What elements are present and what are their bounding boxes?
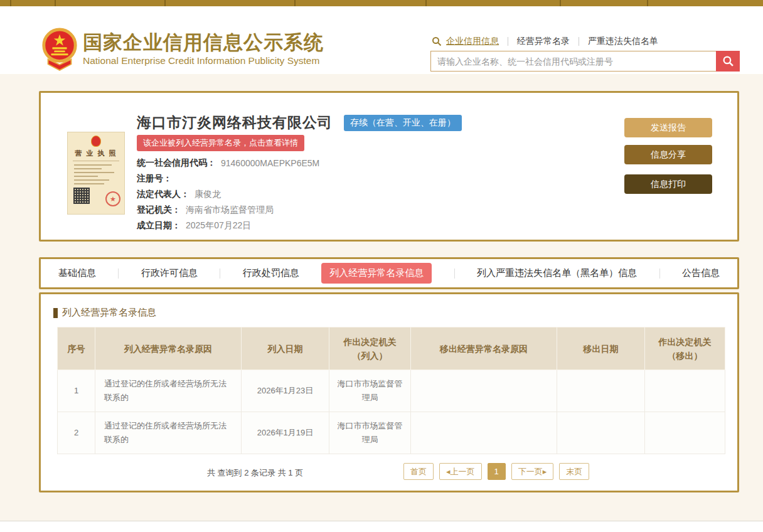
field-credit-code: 统一社会信用代码： 91460000MAEPKP6E5M [137, 155, 319, 171]
print-info-button[interactable]: 信息打印 [624, 174, 712, 194]
national-emblem-logo [40, 27, 79, 72]
company-name: 海口市汀炎网络科技有限公司 [137, 113, 333, 132]
tab-basic-info[interactable]: 基础信息 [58, 267, 96, 279]
tab-administrative-licensing[interactable]: 行政许可信息 [141, 267, 198, 279]
field-registration-number: 注册号： [137, 171, 319, 186]
link-abnormal-operations-list[interactable]: 经营异常名录 [517, 36, 570, 47]
tab-serious-violation-blacklist[interactable]: 列入严重违法失信名单（黑名单）信息 [477, 267, 637, 279]
divider [579, 37, 579, 46]
search-scope-links: 企业信用信息 经营异常名录 严重违法失信名单 [432, 36, 658, 47]
license-red-seal: ★ [105, 191, 120, 206]
col-serial-number: 序号 [58, 327, 95, 370]
tab-administrative-penalty[interactable]: 行政处罚信息 [243, 267, 299, 279]
abnormal-warning-badge[interactable]: 该企业被列入经营异常名录，点击查看详情 [137, 135, 304, 151]
col-inclusion-date: 列入日期 [242, 327, 329, 370]
table-row: 2 通过登记的住所或者经营场所无法联系的 2026年1月19日 海口市市场监督管… [58, 412, 725, 454]
status-badge: 存续（在营、开业、在册） [344, 115, 462, 131]
business-license-thumbnail: 营 业 执 照 ★ [67, 132, 125, 215]
license-text-lines [68, 164, 124, 184]
link-serious-violation-list[interactable]: 严重违法失信名单 [588, 36, 658, 47]
site-header: 国家企业信用信息公示系统 National Enterprise Credit … [0, 6, 763, 74]
license-emblem-icon [91, 136, 101, 147]
pagination-prev-button[interactable]: ◂上一页 [439, 463, 482, 480]
search-input[interactable] [430, 51, 716, 72]
pagination-first-button[interactable]: 首页 [403, 463, 434, 480]
record-count-summary: 共 查询到 2 条记录 共 1 页 [207, 467, 303, 479]
company-fields: 统一社会信用代码： 91460000MAEPKP6E5M 注册号： 法定代表人：… [137, 155, 319, 233]
share-info-button[interactable]: 信息分享 [624, 145, 712, 164]
abnormal-operations-section: 列入经营异常名录信息 序号 列入经营异常名录原因 列入日期 作出决定机关（列入）… [39, 292, 739, 492]
pagination-page-1-button[interactable]: 1 [488, 463, 506, 480]
pagination-next-button[interactable]: 下一页▸ [511, 463, 554, 480]
company-summary-card: 营 业 执 照 ★ 海口市汀炎网络科技有限公司 存续（在营、开业、在册） 该企业… [39, 91, 739, 242]
detail-tabs: 基础信息 行政许可信息 行政处罚信息 列入经营异常名录信息 列入严重违法失信名单… [39, 257, 739, 289]
tab-announcements[interactable]: 公告信息 [682, 267, 720, 279]
search-button[interactable] [716, 51, 740, 72]
col-deciding-authority-inclusion: 作出决定机关（列入） [329, 327, 411, 370]
license-title: 营 业 执 照 [68, 149, 124, 158]
divider [118, 269, 119, 279]
send-report-button[interactable]: 发送报告 [624, 118, 712, 137]
search-icon [432, 36, 442, 46]
license-qr-code [73, 188, 90, 204]
footer-strip [0, 521, 763, 532]
table-header-row: 序号 列入经营异常名录原因 列入日期 作出决定机关（列入） 移出经营异常名录原因… [58, 327, 725, 370]
divider [508, 37, 508, 46]
pagination: 首页 ◂上一页 1 下一页▸ 末页 [403, 463, 589, 480]
tab-abnormal-operations[interactable]: 列入经营异常名录信息 [321, 263, 432, 284]
abnormal-operations-table: 序号 列入经营异常名录原因 列入日期 作出决定机关（列入） 移出经营异常名录原因… [57, 327, 725, 454]
divider [220, 269, 220, 279]
field-registration-authority: 登记机关： 海南省市场监督管理局 [137, 202, 319, 218]
section-title: 列入经营异常名录信息 [53, 307, 156, 319]
link-enterprise-credit-info[interactable]: 企业信用信息 [446, 36, 499, 47]
site-title-en: National Enterprise Credit Information P… [83, 55, 324, 66]
license-divider [73, 161, 119, 161]
col-removal-date: 移出日期 [557, 327, 645, 370]
section-title-bar [53, 308, 58, 318]
col-inclusion-reason: 列入经营异常名录原因 [95, 327, 242, 370]
table-row: 1 通过登记的住所或者经营场所无法联系的 2026年1月23日 海口市市场监督管… [58, 370, 725, 412]
col-removal-reason: 移出经营异常名录原因 [411, 327, 557, 370]
site-title-cn: 国家企业信用信息公示系统 [83, 32, 324, 53]
top-nav-strip [0, 0, 763, 6]
field-establishment-date: 成立日期： 2025年07月22日 [137, 218, 319, 233]
search-icon [722, 55, 734, 67]
pagination-last-button[interactable]: 末页 [559, 463, 589, 480]
col-deciding-authority-removal: 作出决定机关（移出） [645, 327, 725, 370]
divider [659, 269, 660, 279]
company-action-buttons: 发送报告 信息分享 信息打印 [624, 118, 712, 194]
field-legal-representative: 法定代表人： 康俊龙 [137, 186, 319, 202]
divider [454, 269, 455, 279]
search-bar [430, 51, 740, 72]
